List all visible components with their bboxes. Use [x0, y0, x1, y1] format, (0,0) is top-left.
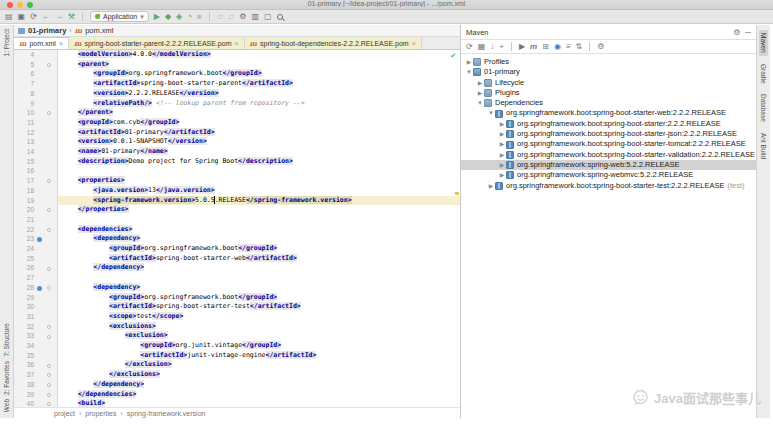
fold-marker-icon[interactable]: [47, 286, 51, 290]
coverage-icon[interactable]: ◈: [176, 13, 182, 21]
fold-cell[interactable]: [44, 263, 54, 273]
tool-stripe-button[interactable]: Database: [759, 91, 768, 125]
code-editor[interactable]: 4567891011121314151617181920212223242526…: [14, 50, 460, 407]
chevron-right-icon[interactable]: ▶: [476, 78, 484, 88]
breadcrumb-item[interactable]: pom.xml: [85, 26, 113, 35]
build-hammer-icon[interactable]: ⚒: [68, 13, 75, 21]
maven-tree-row[interactable]: ▶Profiles: [461, 57, 756, 67]
generate-sources-icon[interactable]: ▦: [478, 43, 486, 51]
fold-marker-icon[interactable]: [47, 228, 51, 232]
fold-marker-icon[interactable]: [47, 402, 51, 406]
fold-cell[interactable]: [44, 176, 54, 186]
maven-tree-row[interactable]: ▶org.springframework.boot:spring-boot-st…: [461, 129, 756, 139]
maven-tree-row[interactable]: ▶org.springframework:spring-web:5.2.2.RE…: [461, 160, 756, 170]
editor-gutter[interactable]: 4567891011121314151617181920212223242526…: [14, 50, 58, 407]
maven-tree-row[interactable]: ▼org.springframework.boot:spring-boot-st…: [461, 108, 756, 118]
tool-stripe-button[interactable]: Ant Build: [759, 130, 768, 162]
tool-stripe-button[interactable]: 1: Project: [3, 29, 10, 56]
fold-cell[interactable]: [44, 370, 54, 380]
fold-marker-icon[interactable]: [47, 373, 51, 377]
maven-tree-row[interactable]: ▶Lifecycle: [461, 78, 756, 88]
chevron-down-icon[interactable]: ▼: [465, 67, 473, 77]
maven-tree-row[interactable]: ▶org.springframework:spring-webmvc:5.2.2…: [461, 170, 756, 180]
execute-maven-goal-icon[interactable]: m: [530, 43, 537, 51]
stop-icon[interactable]: ■: [197, 13, 202, 21]
debug-icon[interactable]: ◆: [165, 13, 171, 21]
fold-cell[interactable]: [44, 390, 54, 400]
update-resources-icon[interactable]: ▱: [228, 13, 234, 21]
maven-tree-row[interactable]: ▶org.springframework.boot:spring-boot-st…: [461, 181, 756, 191]
editor-code-area[interactable]: <modelVersion>4.0.0</modelVersion> <pare…: [58, 50, 460, 407]
fold-marker-icon[interactable]: [47, 383, 51, 387]
fold-marker-icon[interactable]: [47, 335, 51, 339]
collapse-all-icon[interactable]: ⇅: [576, 43, 583, 51]
fold-marker-icon[interactable]: [47, 364, 51, 368]
chevron-right-icon[interactable]: ▶: [498, 139, 506, 149]
run-configuration-select[interactable]: Application ▾: [90, 11, 149, 22]
inspections-ok-icon[interactable]: ✔: [450, 52, 456, 60]
fold-cell[interactable]: [44, 360, 54, 370]
chevron-right-icon[interactable]: ▶: [498, 160, 506, 170]
maven-tree-row[interactable]: ▶org.springframework.boot:spring-boot-st…: [461, 150, 756, 160]
close-tab-icon[interactable]: ×: [234, 40, 238, 47]
chevron-down-icon[interactable]: ▼: [476, 98, 484, 108]
tool-stripe-button[interactable]: Maven: [759, 30, 768, 56]
download-sources-icon[interactable]: ↓: [490, 43, 494, 51]
fold-cell[interactable]: [44, 322, 54, 332]
fold-cell[interactable]: [44, 60, 54, 70]
chevron-right-icon[interactable]: ▶: [465, 57, 473, 67]
restore-layout-icon[interactable]: ▢: [264, 13, 272, 21]
maven-tree-row[interactable]: ▶org.springframework.boot:spring-boot-st…: [461, 119, 756, 129]
fold-cell[interactable]: [44, 108, 54, 118]
maven-tree-row[interactable]: ▼01-primary: [461, 67, 756, 77]
chevron-right-icon[interactable]: ▶: [476, 88, 484, 98]
sync-icon[interactable]: ⟳: [30, 13, 37, 21]
chevron-right-icon[interactable]: ▶: [498, 150, 506, 160]
open-folder-icon[interactable]: ▤: [5, 13, 13, 21]
editor-tab[interactable]: mspring-boot-starter-parent-2.2.2.RELEAS…: [69, 37, 245, 49]
fold-cell[interactable]: [44, 331, 54, 341]
editor-tab[interactable]: mpom.xml×: [14, 37, 69, 49]
chevron-right-icon[interactable]: ▶: [498, 170, 506, 180]
tool-stripe-button[interactable]: Web: [3, 399, 10, 412]
chevron-down-icon[interactable]: ▼: [487, 108, 495, 118]
xml-breadcrumb-item[interactable]: project: [54, 410, 75, 417]
update-app-icon[interactable]: ▱: [217, 13, 223, 21]
fold-marker-icon[interactable]: [47, 393, 51, 397]
maven-tree-row[interactable]: ▶org.springframework.boot:spring-boot-st…: [461, 139, 756, 149]
tool-stripe-button[interactable]: Gradle: [759, 61, 768, 87]
run-icon[interactable]: ▶: [154, 13, 160, 21]
fold-marker-icon[interactable]: [47, 208, 51, 212]
search-everywhere-icon[interactable]: [277, 14, 283, 20]
close-tab-icon[interactable]: ×: [59, 40, 63, 47]
skip-tests-icon[interactable]: ≡: [566, 43, 571, 51]
xml-breadcrumb-item[interactable]: properties: [85, 410, 116, 417]
chevron-right-icon[interactable]: ▶: [487, 181, 495, 191]
maven-tree-row[interactable]: ▼Dependencies: [461, 98, 756, 108]
settings-wrench-icon[interactable]: ⚙: [239, 13, 246, 21]
back-icon[interactable]: ←: [42, 13, 50, 21]
maven-settings-icon[interactable]: ⚙: [597, 43, 604, 51]
close-tab-icon[interactable]: ×: [412, 40, 416, 47]
fold-marker-icon[interactable]: [47, 325, 51, 329]
fold-marker-icon[interactable]: [47, 179, 51, 183]
chevron-right-icon[interactable]: ▶: [498, 119, 506, 129]
reimport-icon[interactable]: ⟳: [466, 43, 473, 51]
dependency-gutter-icon[interactable]: [37, 237, 42, 242]
run-goal-icon[interactable]: ▶: [519, 43, 525, 51]
project-structure-icon[interactable]: ▥: [251, 13, 259, 21]
editor-tab[interactable]: mspring-boot-dependencies-2.2.2.RELEASE.…: [245, 37, 422, 49]
hide-panel-icon[interactable]: ─: [745, 28, 751, 37]
profiler-icon[interactable]: ◔: [187, 13, 192, 21]
fold-marker-icon[interactable]: [47, 111, 51, 115]
maven-tree-row[interactable]: ▶Plugins: [461, 88, 756, 98]
dependency-gutter-icon[interactable]: [37, 286, 42, 291]
fold-cell[interactable]: [44, 399, 54, 407]
fold-cell[interactable]: [44, 205, 54, 215]
xml-breadcrumb-item[interactable]: spring-framework.version: [127, 410, 206, 417]
forward-icon[interactable]: →: [55, 13, 63, 21]
fold-cell[interactable]: [44, 225, 54, 235]
fold-cell[interactable]: [44, 380, 54, 390]
add-maven-project-icon[interactable]: +: [499, 43, 504, 51]
fold-marker-icon[interactable]: [47, 63, 51, 67]
